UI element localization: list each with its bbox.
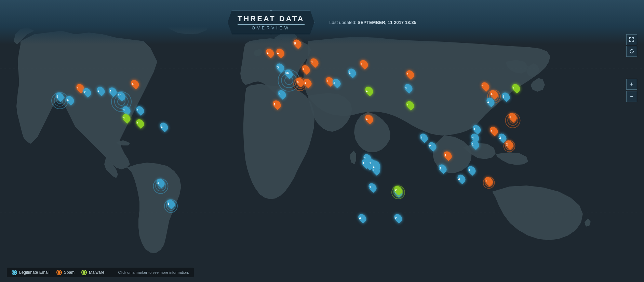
map-marker-m27[interactable]: 2 bbox=[326, 77, 333, 86]
fullscreen-button[interactable] bbox=[626, 34, 637, 45]
map-marker-m21[interactable]: 2 bbox=[303, 65, 309, 74]
map-marker-m45[interactable]: 3 bbox=[502, 92, 509, 101]
map-marker-m32[interactable]: 1 bbox=[366, 114, 373, 123]
map-marker-m22[interactable]: 1 bbox=[311, 58, 318, 67]
map-marker-m24[interactable]: 1 bbox=[304, 78, 311, 87]
map-marker-m49[interactable]: 1 bbox=[513, 84, 520, 92]
map-marker-m19[interactable]: 5 bbox=[294, 39, 301, 48]
last-updated-label: Last updated: bbox=[330, 20, 357, 25]
map-marker-m8[interactable]: 18 bbox=[118, 91, 125, 100]
map-marker-m66[interactable]: 1 bbox=[373, 162, 379, 171]
legend-spam: Spam bbox=[56, 270, 75, 275]
map-marker-m10[interactable]: 1 bbox=[137, 106, 144, 115]
map-marker-m57[interactable]: 1 bbox=[468, 166, 475, 175]
map-marker-m12[interactable]: 1 bbox=[137, 119, 144, 128]
last-updated: Last updated: SEPTEMBER, 11 2017 18:35 bbox=[330, 20, 416, 25]
map-marker-m2[interactable]: 4 bbox=[67, 95, 73, 104]
map-marker-m48[interactable]: 1 bbox=[482, 82, 489, 91]
map-marker-m34[interactable]: 1 bbox=[407, 101, 414, 110]
map-marker-m17[interactable]: 1 bbox=[277, 48, 284, 57]
map-marker-m26[interactable]: 1 bbox=[273, 100, 280, 109]
legend-green-icon bbox=[81, 270, 87, 275]
zoom-in-button[interactable]: + bbox=[626, 79, 637, 90]
map-marker-m39[interactable]: 1 bbox=[444, 151, 451, 160]
map-marker-m42[interactable]: 1 bbox=[369, 183, 376, 192]
map-controls: + − bbox=[626, 34, 637, 102]
map-marker-m63[interactable]: 2 bbox=[395, 185, 402, 194]
map-marker-m35[interactable]: 1 bbox=[407, 70, 414, 79]
title-line2: OVERVIEW bbox=[252, 26, 290, 30]
map-marker-m7[interactable]: 4 bbox=[132, 79, 138, 88]
legend-orange-icon bbox=[56, 270, 62, 275]
map-marker-m61[interactable]: 1 bbox=[362, 159, 369, 168]
map-marker-m38[interactable]: 2 bbox=[439, 164, 446, 173]
legend-malware-label: Malware bbox=[89, 270, 104, 275]
map-marker-m50[interactable]: 1 bbox=[473, 125, 480, 133]
map-marker-m16[interactable]: 1 bbox=[267, 48, 273, 57]
map-marker-m20[interactable]: 16 bbox=[285, 69, 292, 78]
map-marker-m46[interactable]: 7 bbox=[509, 113, 516, 121]
map-marker-m30[interactable]: 1 bbox=[361, 60, 367, 68]
map-marker-m60[interactable]: 4 bbox=[359, 214, 366, 222]
legend-legitimate-email: Legitimate Email bbox=[12, 270, 50, 275]
map-marker-m6[interactable]: 3 bbox=[109, 87, 116, 96]
map-marker-m29[interactable]: 1 bbox=[349, 68, 355, 77]
map-marker-m15[interactable]: 3 bbox=[167, 199, 174, 208]
zoom-out-button[interactable]: − bbox=[626, 91, 637, 102]
map-marker-m43[interactable]: 2 bbox=[395, 214, 402, 222]
map-marker-m31[interactable]: 1 bbox=[366, 86, 373, 95]
map-marker-m47[interactable]: 1 bbox=[487, 97, 494, 106]
last-updated-value: SEPTEMBER, 11 2017 18:35 bbox=[358, 20, 416, 25]
map-marker-m25[interactable]: 3 bbox=[279, 90, 285, 99]
legend-blue-icon bbox=[12, 270, 17, 275]
legend-hint: Click on a marker to see more informatio… bbox=[118, 270, 189, 274]
map-marker-m5[interactable]: 2 bbox=[97, 86, 104, 95]
header: THREAT DATA OVERVIEW Last updated: SEPTE… bbox=[0, 0, 644, 44]
map-marker-m13[interactable]: 1 bbox=[161, 122, 167, 131]
map-marker-m56[interactable]: 2 bbox=[458, 174, 465, 183]
map-marker-m37[interactable]: 2 bbox=[429, 142, 436, 151]
map-marker-m11[interactable]: 1 bbox=[123, 114, 130, 123]
map-container[interactable]: THREAT DATA OVERVIEW Last updated: SEPTE… bbox=[0, 0, 644, 282]
map-marker-m4[interactable]: 2 bbox=[84, 88, 91, 97]
map-marker-m55[interactable]: 4 bbox=[472, 133, 479, 142]
reset-button[interactable] bbox=[626, 46, 637, 57]
map-marker-m53[interactable]: 2 bbox=[506, 140, 513, 149]
legend-legitimate-email-label: Legitimate Email bbox=[19, 270, 50, 275]
map-marker-m58[interactable]: 2 bbox=[485, 177, 492, 185]
title-badge: THREAT DATA OVERVIEW bbox=[228, 11, 314, 34]
legend-spam-label: Spam bbox=[64, 270, 75, 275]
title-line1: THREAT DATA bbox=[238, 14, 305, 23]
legend: Legitimate Email Spam Malware Click on a… bbox=[7, 268, 194, 277]
map-marker-m36[interactable]: 4 bbox=[420, 133, 427, 142]
map-marker-m51[interactable]: 4 bbox=[491, 126, 497, 135]
map-marker-m1[interactable]: 6 bbox=[56, 92, 63, 101]
title-divider bbox=[238, 24, 305, 25]
map-marker-m14[interactable]: 4 bbox=[157, 178, 164, 187]
map-marker-m33[interactable]: 1 bbox=[405, 84, 412, 92]
legend-malware: Malware bbox=[81, 270, 104, 275]
map-marker-m52[interactable]: 2 bbox=[499, 133, 506, 142]
map-marker-m18[interactable]: 3 bbox=[277, 63, 284, 72]
map-marker-m23[interactable]: 4 bbox=[297, 77, 304, 86]
map-marker-m28[interactable]: 2 bbox=[333, 78, 340, 87]
